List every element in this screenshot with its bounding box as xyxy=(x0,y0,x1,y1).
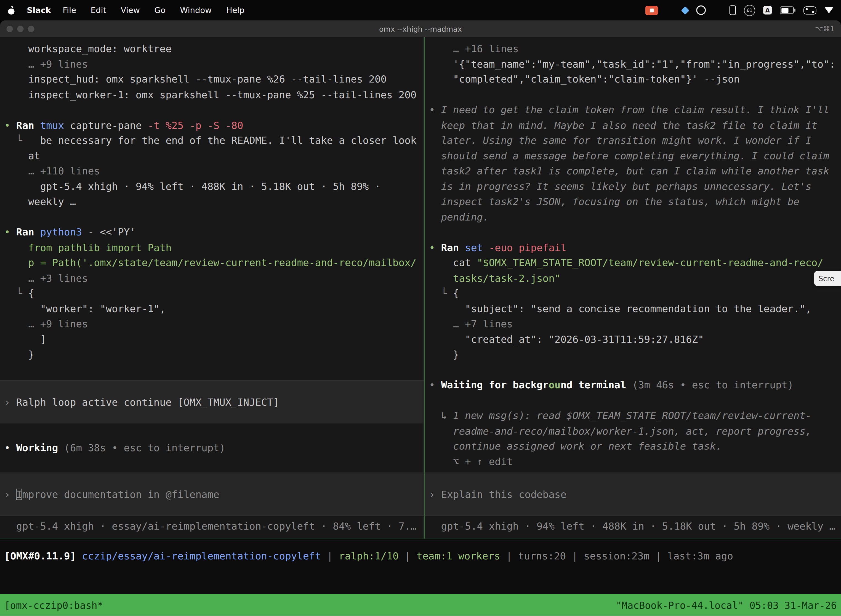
terminal-line: "created_at": "2026-03-31T11:59:27.816Z" xyxy=(429,332,841,347)
terminal-line: } xyxy=(429,347,841,362)
dots-grid-icon[interactable] xyxy=(714,6,721,14)
menu-item-window[interactable]: Window xyxy=(180,5,212,15)
terminal-line: • I need to get the claim token from the… xyxy=(429,103,841,117)
terminal-line: └ { xyxy=(429,286,841,301)
iphone-mirroring-icon[interactable] xyxy=(730,5,736,15)
input-source-icon[interactable]: A xyxy=(763,6,772,14)
apple-menu-icon[interactable] xyxy=(7,6,15,15)
menu-item-go[interactable]: Go xyxy=(154,5,165,15)
battery-percent-icon[interactable]: 61 xyxy=(744,5,755,16)
text-segment: tmux xyxy=(40,119,70,131)
terminal-line: weekly … xyxy=(4,194,424,210)
text-segment: gpt-5.4 xhigh · 94% left · 488K in · 5.1… xyxy=(4,180,381,192)
text-segment: "$OMX_TEAM_STATE_ROOT/team/review-curren… xyxy=(477,257,823,268)
right-pane-lines: … +16 lines '{"team_name":"my-team","tas… xyxy=(425,37,841,469)
battery-icon[interactable] xyxy=(780,6,794,14)
terminal-line: task2 after task1 is complete, but can I… xyxy=(429,164,841,179)
tmux-session-window[interactable]: [omx-cczip0:bash* xyxy=(4,600,103,611)
terminal-line: at xyxy=(4,148,424,163)
terminal-line xyxy=(429,393,841,408)
battery-percent-value: 61 xyxy=(747,7,752,13)
text-segment: nd terminal xyxy=(560,379,626,390)
terminal-line xyxy=(4,103,424,117)
left-input-line[interactable]: › Improve documentation in @filename xyxy=(4,488,219,500)
terminal-line: "worker": "worker-1", xyxy=(4,301,424,316)
text-segment: | xyxy=(321,550,339,562)
text-segment: I xyxy=(16,488,22,500)
text-segment: from pathlib import Path xyxy=(4,242,171,253)
text-segment: • xyxy=(4,226,16,238)
terminal-line: "completed","claim_token":"claim-token"}… xyxy=(429,72,841,87)
text-segment: tasks/task-2.json" xyxy=(429,273,560,284)
menu-status-icons: 61 A xyxy=(645,5,834,16)
menu-bar: Slack FileEditViewGoWindowHelp 61 A xyxy=(0,0,841,21)
terminal-line: inspect_hud: omx sparkshell --tmux-pane … xyxy=(4,72,424,87)
right-pane[interactable]: … +16 lines '{"team_name":"my-team","tas… xyxy=(425,37,841,539)
text-segment: | xyxy=(500,550,518,562)
text-segment: task2 after task1 is complete, but can I… xyxy=(429,165,829,177)
terminal-line: … +3 lines xyxy=(4,271,424,286)
right-input-line[interactable]: › Explain this codebase xyxy=(429,488,567,500)
text-segment: • xyxy=(429,104,441,115)
menu-app-name[interactable]: Slack xyxy=(27,5,51,15)
terminal-line: • Waiting for background terminal (3m 46… xyxy=(429,378,841,393)
text-segment: inspect_hud: omx sparkshell --tmux-pane … xyxy=(4,73,387,85)
omx-hud: [OMX#0.11.9] cczip/essay/ai-reimplementa… xyxy=(0,539,841,594)
text-segment: › xyxy=(4,488,16,500)
text-segment: Ran xyxy=(16,226,40,238)
text-segment: "completed","claim_token":"claim-token"}… xyxy=(429,73,740,85)
terminal-line: should send a message before completing … xyxy=(429,148,841,163)
terminal-line: later. Using the same for transition mig… xyxy=(429,133,841,148)
screen-sharing-overlay[interactable]: Scre xyxy=(814,271,841,286)
text-segment: (6m 38s • esc to interrupt) xyxy=(58,442,225,453)
text-segment: session:23m xyxy=(584,550,649,562)
raycast-icon[interactable] xyxy=(681,6,689,14)
window-grid-icon[interactable] xyxy=(666,6,674,14)
text-segment: at xyxy=(4,150,40,161)
terminal-line: └ be necessary for the end of the README… xyxy=(4,133,424,148)
text-segment: … +9 lines xyxy=(4,58,88,70)
text-segment: - <<'PY' xyxy=(88,226,136,238)
screen-recording-indicator-icon[interactable] xyxy=(645,6,658,15)
circle-app-icon[interactable] xyxy=(696,5,706,15)
menu-item-edit[interactable]: Edit xyxy=(91,5,106,15)
control-center-icon[interactable] xyxy=(803,6,816,14)
text-segment: ⌥ + ↑ edit xyxy=(429,456,513,467)
maximize-button[interactable] xyxy=(28,25,34,32)
terminal-line: gpt-5.4 xhigh · 94% left · 488K in · 5.1… xyxy=(4,179,424,194)
window-shortcut-hint: ⌥⌘1 xyxy=(815,25,834,32)
text-segment: workspace_mode: worktree xyxy=(4,43,171,54)
text-segment: • xyxy=(429,379,441,390)
left-input-box[interactable]: › Improve documentation in @filename xyxy=(0,473,424,516)
screen: Slack FileEditViewGoWindowHelp 61 A omx … xyxy=(0,0,841,616)
text-segment: mprove documentation in @filename xyxy=(22,488,220,500)
terminal-line xyxy=(429,224,841,240)
text-segment: keep that in mind. Maybe I also need the… xyxy=(429,119,817,131)
left-pane-lines: workspace_mode: worktree … +9 lines insp… xyxy=(0,37,424,362)
terminal-line: • Ran python3 - <<'PY' xyxy=(4,224,424,240)
omx-hud-line: [OMX#0.11.9] cczip/essay/ai-reimplementa… xyxy=(4,549,733,564)
close-button[interactable] xyxy=(6,25,13,32)
text-segment: } xyxy=(4,349,34,360)
text-segment: } xyxy=(429,349,459,360)
terminal-line: p = Path('.omx/state/team/review-current… xyxy=(4,255,424,270)
terminal-line: workspace_mode: worktree xyxy=(4,41,424,57)
left-pane[interactable]: workspace_mode: worktree … +9 lines insp… xyxy=(0,37,424,539)
menu-item-view[interactable]: View xyxy=(121,5,140,15)
terminal-line: … +16 lines xyxy=(429,41,841,57)
ralph-loop-band: › Ralph loop active continue [OMX_TMUX_I… xyxy=(0,380,424,423)
terminal-line: readme-and-reco/mailbox/worker-1.json, a… xyxy=(429,424,841,439)
menu-item-file[interactable]: File xyxy=(63,5,76,15)
terminal-line: keep that in mind. Maybe I also need the… xyxy=(429,118,841,133)
minimize-button[interactable] xyxy=(17,25,23,32)
text-segment: should send a message before completing … xyxy=(429,150,829,161)
text-segment: gpt-5.4 xhigh · 94% left · 488K in · 5.1… xyxy=(429,521,835,532)
right-pane-status: gpt-5.4 xhigh · 94% left · 488K in · 5.1… xyxy=(429,519,835,534)
right-input-box[interactable]: › Explain this codebase xyxy=(425,473,841,516)
text-segment: └ xyxy=(429,287,453,299)
text-segment: Ran xyxy=(16,119,40,131)
menu-item-help[interactable]: Help xyxy=(226,5,245,15)
text-segment: { xyxy=(453,287,459,299)
wifi-icon[interactable] xyxy=(825,7,834,13)
text-segment: inspect_worker-1: omx sparkshell --tmux-… xyxy=(4,89,417,100)
